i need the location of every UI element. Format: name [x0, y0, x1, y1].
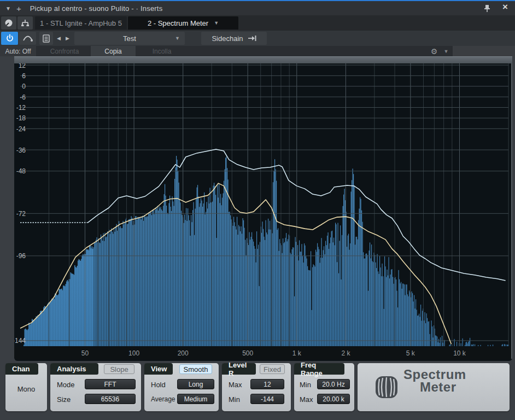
preset-list-button[interactable]	[39, 32, 53, 45]
display-handle-bar	[14, 56, 512, 63]
action-row-right-strip	[453, 46, 515, 56]
preset-file-icon	[43, 34, 50, 43]
bypass-arc-icon	[22, 34, 33, 42]
freq-max-value-button[interactable]: 20.00 k	[317, 394, 350, 404]
db-tick-label: -18	[16, 114, 26, 122]
freq-tick-label: 1 k	[292, 349, 301, 357]
size-label: Size	[57, 395, 71, 404]
prev-preset-button[interactable]: ◀	[55, 32, 63, 45]
db-tick-label: -72	[16, 210, 26, 218]
preset-caret-icon: ▼	[175, 36, 180, 41]
collapse-chevron-icon[interactable]: ▼	[5, 5, 11, 11]
plugin-brand-name: Spectrum Meter	[403, 368, 466, 393]
freq-min-label: Min	[300, 381, 311, 389]
presonus-logo-icon	[375, 376, 398, 399]
freq-tick-label: 50	[81, 349, 89, 357]
close-icon[interactable]: ×	[500, 2, 511, 13]
level-card: Level R Fixed Max 12 Min -144	[222, 363, 291, 411]
copy-button[interactable]: Copia	[91, 46, 136, 56]
tab-insert-1[interactable]: 1 - STL Ignite - AmpHub 5	[35, 16, 127, 30]
db-tick-label: -36	[16, 147, 26, 154]
compare-button[interactable]: Confronta	[40, 46, 89, 56]
db-tick-label: -6	[20, 94, 26, 101]
next-preset-button[interactable]: ▶	[63, 32, 72, 45]
plugin-power-button[interactable]	[1, 32, 18, 45]
knob-view-button[interactable]	[1, 16, 16, 30]
gear-icon[interactable]: ⚙	[428, 46, 441, 56]
size-value-button[interactable]: 65536	[85, 394, 136, 404]
window-title: Pickup al centro - suono Pulito - · Inse…	[30, 4, 163, 13]
freq-tick-label: 500	[242, 349, 253, 357]
chan-header: Chan	[5, 363, 38, 375]
smooth-toggle[interactable]: Smooth	[179, 364, 212, 374]
display-right-edge	[511, 63, 512, 359]
freq-tick-label: 100	[128, 349, 139, 357]
add-insert-icon[interactable]: +	[16, 4, 21, 13]
hold-label: Hold	[151, 381, 166, 389]
view-header: View	[144, 363, 173, 375]
freq-tick-label: 2 k	[341, 349, 350, 357]
analysis-card: Analysis Slope Mode FFT Size 65536	[50, 363, 141, 411]
db-tick-label: 0	[22, 83, 26, 90]
pin-icon[interactable]	[482, 4, 492, 13]
level-header: Level R	[222, 363, 256, 375]
db-tick-label: 6	[22, 72, 26, 80]
db-tick-label: -144	[14, 337, 26, 345]
average-value-button[interactable]: Medium	[177, 394, 214, 404]
freq-range-card: Freq Range Min 20.0 Hz Max 20.00 k	[294, 363, 354, 411]
view-card: View Smooth Hold Long Average Medium	[144, 363, 219, 411]
channel-mode-value: Mono	[5, 385, 47, 393]
paste-button[interactable]: Incolla	[138, 46, 186, 56]
preset-name: Test	[123, 34, 136, 43]
fixed-toggle[interactable]: Fixed	[260, 364, 285, 374]
power-icon	[5, 34, 14, 43]
analysis-header: Analysis	[50, 363, 98, 375]
brand-card: Spectrum Meter	[358, 363, 510, 411]
gear-caret-icon[interactable]: ▼	[441, 46, 452, 56]
freq-range-header: Freq Range	[294, 363, 344, 375]
mode-label: Mode	[57, 381, 75, 389]
title-bar: ▼ + Pickup al centro - suono Pulito - · …	[0, 1, 515, 15]
db-tick-label: 12	[19, 63, 26, 69]
db-tick-label: -48	[16, 167, 26, 175]
tab-insert-2-active[interactable]: 2 - Spectrum Meter ▼	[128, 16, 238, 30]
db-tick-label: -24	[16, 125, 26, 133]
spectrum-plot: 1260-6-12-18-24-36-48-72-96-144	[14, 63, 512, 347]
routing-icon	[20, 18, 30, 28]
freq-tick-label: 10 k	[453, 349, 466, 357]
db-tick-label: -96	[16, 252, 26, 260]
mode-value-button[interactable]: FFT	[85, 379, 136, 389]
level-min-value-button[interactable]: -144	[250, 394, 284, 404]
automation-mode[interactable]: Auto: Off	[0, 46, 36, 56]
chan-card: Chan Mono	[5, 363, 47, 411]
freq-min-value-button[interactable]: 20.0 Hz	[317, 379, 350, 389]
db-tick-label: -12	[16, 104, 26, 112]
level-max-label: Max	[229, 381, 242, 389]
average-label: Average	[151, 395, 175, 403]
knob-icon	[4, 18, 14, 28]
preset-dropdown[interactable]: Test ▼	[74, 32, 185, 45]
bypass-button[interactable]	[19, 32, 36, 45]
freq-tick-label: 200	[178, 349, 189, 357]
frequency-axis: 501002005001 k2 k5 k10 k	[14, 347, 512, 360]
sidechain-arrow-icon	[248, 35, 256, 42]
level-min-label: Min	[229, 395, 240, 404]
tab-dropdown-caret-icon[interactable]: ▼	[214, 20, 219, 26]
hold-value-button[interactable]: Long	[177, 379, 214, 389]
level-max-value-button[interactable]: 12	[250, 379, 284, 389]
freq-tick-label: 5 k	[406, 349, 415, 357]
routing-view-button[interactable]	[17, 16, 33, 30]
freq-max-label: Max	[300, 395, 313, 404]
slope-toggle[interactable]: Slope	[104, 364, 134, 374]
sidechain-button[interactable]: Sidechain	[201, 32, 267, 45]
